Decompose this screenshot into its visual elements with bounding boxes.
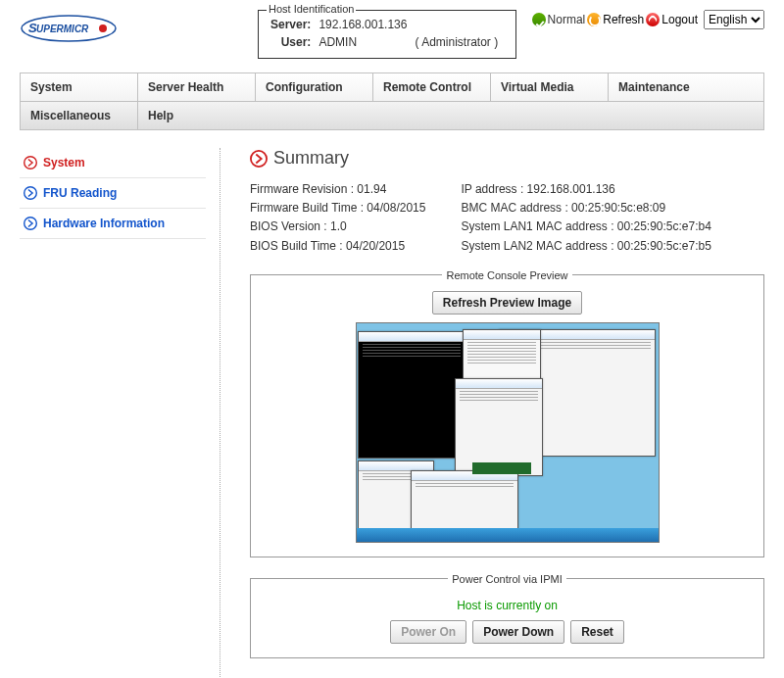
arrow-right-icon [24,217,37,230]
bios-version: BIOS Version : 1.0 [250,218,425,236]
reset-button[interactable]: Reset [570,620,624,644]
sidebar-item-label: System [43,156,85,170]
menu-help[interactable]: Help [138,102,763,129]
sidebar-item-label: Hardware Information [43,217,165,230]
svg-point-3 [99,24,107,32]
sidebar-item-system[interactable]: System [20,148,206,178]
menu-system[interactable]: System [21,73,138,101]
svg-point-5 [24,187,37,200]
refresh-preview-button[interactable]: Refresh Preview Image [432,291,582,315]
remote-console-panel: Remote Console Preview Refresh Preview I… [250,269,764,557]
remote-console-preview[interactable] [356,322,660,543]
svg-point-4 [24,157,37,170]
firmware-build-time: Firmware Build Time : 04/08/2015 [250,199,425,218]
status-label: Normal [548,13,586,26]
sidebar-item-label: FRU Reading [43,186,117,200]
menu-maintenance[interactable]: Maintenance [609,73,763,101]
main-menu: System Server Health Configuration Remot… [20,73,764,130]
page-title: Summary [250,148,764,169]
status-ok-icon [532,13,546,26]
bmc-mac: BMC MAC address : 00:25:90:5c:e8:09 [461,199,710,218]
sidebar-item-fru-reading[interactable]: FRU Reading [20,178,206,209]
arrow-right-icon [24,156,37,170]
system-info: Firmware Revision : 01.94 Firmware Build… [250,180,764,256]
menu-remote-control[interactable]: Remote Control [373,73,491,101]
user-value: ADMIN [318,34,413,50]
host-identification-box: Host Identification Server: 192.168.001.… [258,10,516,59]
language-select[interactable]: English [704,10,764,29]
logout-icon[interactable] [646,13,660,26]
remote-console-legend: Remote Console Preview [442,269,571,281]
menu-configuration[interactable]: Configuration [256,73,373,101]
arrow-right-icon [24,186,37,200]
menu-virtual-media[interactable]: Virtual Media [491,73,609,101]
user-label: User: [270,34,317,50]
arrow-right-icon [250,150,268,168]
menu-server-health[interactable]: Server Health [138,73,256,101]
firmware-revision: Firmware Revision : 01.94 [250,180,425,199]
svg-point-7 [251,150,267,166]
sidebar-item-hardware-information[interactable]: Hardware Information [20,209,206,239]
power-on-button[interactable]: Power On [390,620,466,644]
server-label: Server: [270,17,317,32]
server-value: 192.168.001.136 [318,17,413,32]
svg-point-6 [24,218,37,230]
bios-build-time: BIOS Build Time : 04/20/2015 [250,237,425,256]
host-id-legend: Host Identification [267,3,356,15]
supermicro-logo: S UPERMICR [20,10,118,47]
svg-text:UPERMICR: UPERMICR [36,24,89,34]
ip-address: IP address : 192.168.001.136 [461,180,710,199]
logout-link[interactable]: Logout [662,13,698,26]
power-status: Host is currently on [267,599,748,612]
lan2-mac: System LAN2 MAC address : 00:25:90:5c:e7… [461,237,710,256]
refresh-link[interactable]: Refresh [603,13,644,26]
refresh-icon[interactable] [587,13,601,26]
sidebar: System FRU Reading Hardware Information [20,148,220,678]
lan1-mac: System LAN1 MAC address : 00:25:90:5c:e7… [461,218,710,236]
power-control-panel: Power Control via IPMI Host is currently… [250,573,764,658]
power-control-legend: Power Control via IPMI [448,573,565,585]
power-down-button[interactable]: Power Down [472,620,564,644]
menu-miscellaneous[interactable]: Miscellaneous [21,102,138,129]
user-role: ( Administrator ) [415,34,504,50]
